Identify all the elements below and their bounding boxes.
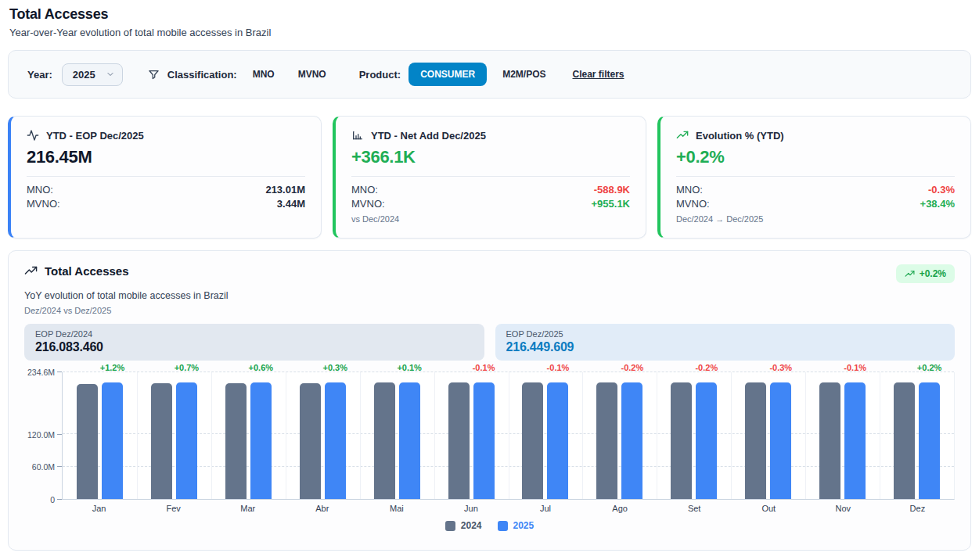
legend-item-2024[interactable]: 2024 xyxy=(445,520,482,531)
yoy-change-label: -0.1% xyxy=(844,363,866,372)
filter-funnel-icon xyxy=(148,69,160,81)
bar-2024-jul[interactable] xyxy=(522,382,543,499)
x-axis-label-set: Set xyxy=(657,504,732,513)
bar-2025-jul[interactable] xyxy=(547,382,568,499)
y-tick-label: 60.0M xyxy=(32,462,55,472)
bar-2025-jan[interactable] xyxy=(102,382,123,499)
trending-up-icon xyxy=(676,129,689,142)
classification-option-mvno[interactable]: MVNO xyxy=(290,63,334,85)
kpi-card-1: YTD - EOP Dec/2025216.45MMNO:213.01MMVNO… xyxy=(8,116,322,239)
year-select[interactable]: 2025 xyxy=(62,63,123,86)
bar-2024-mai[interactable] xyxy=(374,382,395,499)
bar-2024-mar[interactable] xyxy=(225,383,247,499)
bar-group-fev: +0.7% xyxy=(137,372,211,499)
kpi-value: +0.2% xyxy=(676,147,955,167)
bar-2025-ago[interactable] xyxy=(621,382,642,499)
kpi-divider xyxy=(351,176,630,177)
bar-2024-nov[interactable] xyxy=(819,382,840,499)
kpi-breakdown-row: MNO:-588.9K xyxy=(351,184,630,196)
bar-2025-nov[interactable] xyxy=(844,382,866,499)
y-tick-label: 120.0M xyxy=(27,430,55,440)
clear-filters-link[interactable]: Clear filters xyxy=(572,69,624,80)
chart-plot: +1.2%+0.7%+0.6%+0.3%+0.1%-0.1%-0.1%-0.2%… xyxy=(62,372,955,500)
kpi-breakdown-label: MVNO: xyxy=(351,198,385,210)
y-tick-label: 0 xyxy=(50,495,55,504)
bar-pair xyxy=(805,372,880,499)
bar-2025-fev[interactable] xyxy=(176,382,197,499)
bar-group-jul: -0.1% xyxy=(509,372,583,499)
page-header: Total Accesses Year-over-Year evolution … xyxy=(8,6,971,38)
kpi-breakdown-value: 213.01M xyxy=(265,184,305,196)
bar-group-set: -0.2% xyxy=(657,372,731,499)
yoy-change-label: +0.1% xyxy=(397,363,422,372)
kpi-breakdown-value: 3.44M xyxy=(277,198,305,210)
bar-2024-fev[interactable] xyxy=(151,383,172,499)
kpi-divider xyxy=(27,176,305,177)
x-axis-label-jun: Jun xyxy=(434,504,508,513)
chart-title: Total Accesses xyxy=(45,264,129,278)
bar-2024-ago[interactable] xyxy=(596,382,617,499)
classification-label: Classification: xyxy=(167,69,237,81)
yoy-change-label: +0.6% xyxy=(249,363,274,372)
bar-2025-jun[interactable] xyxy=(473,382,495,499)
bar-2024-set[interactable] xyxy=(671,382,692,499)
kpi-breakdown-label: MNO: xyxy=(351,184,378,196)
bar-2025-mai[interactable] xyxy=(399,382,420,499)
bar-2025-abr[interactable] xyxy=(325,382,346,499)
y-axis: 234.6M120.0M60.0M0 xyxy=(24,372,62,500)
kpi-card-2: YTD - Net Add Dec/2025+366.1KMNO:-588.9K… xyxy=(333,116,646,239)
evolution-badge-value: +0.2% xyxy=(920,268,946,279)
bar-pair xyxy=(434,372,509,499)
yoy-change-label: +0.2% xyxy=(917,363,942,372)
trending-up-icon xyxy=(24,264,38,278)
eop-box-2025: EOP Dez/2025 216.449.609 xyxy=(495,324,956,361)
kpi-breakdown-label: MNO: xyxy=(27,184,53,196)
kpi-value: +366.1K xyxy=(351,147,630,167)
dashboard-page: Total Accesses Year-over-Year evolution … xyxy=(0,0,979,560)
bar-2024-jun[interactable] xyxy=(448,382,470,499)
bar-2024-abr[interactable] xyxy=(300,383,321,499)
kpi-value: 216.45M xyxy=(27,147,305,167)
kpi-card-header: YTD - Net Add Dec/2025 xyxy=(351,129,630,142)
bar-group-dez: +0.2% xyxy=(880,372,954,499)
legend-item-2025[interactable]: 2025 xyxy=(498,520,534,531)
evolution-badge: +0.2% xyxy=(896,264,955,283)
bar-2024-dez[interactable] xyxy=(894,382,915,499)
x-axis-label-abr: Abr xyxy=(285,504,359,513)
classification-option-mno[interactable]: MNO xyxy=(245,63,283,85)
chart-card: Total Accesses +0.2% YoY evolution of to… xyxy=(8,250,971,551)
kpi-breakdown-row: MVNO:3.44M xyxy=(27,198,305,210)
bar-2025-mar[interactable] xyxy=(250,382,272,499)
x-axis-label-mai: Mai xyxy=(359,504,434,513)
chevron-down-icon xyxy=(106,70,115,79)
yoy-change-label: +0.3% xyxy=(322,363,347,372)
bar-pair xyxy=(360,372,434,499)
bar-chart: 234.6M120.0M60.0M0 +1.2%+0.7%+0.6%+0.3%+… xyxy=(24,372,955,531)
product-option-consumer[interactable]: CONSUMER xyxy=(409,63,487,86)
bar-group-nov: -0.1% xyxy=(805,372,880,499)
kpi-breakdown-value: +38.4% xyxy=(920,198,955,210)
x-axis-label-out: Out xyxy=(732,504,806,513)
bar-2024-out[interactable] xyxy=(745,382,766,500)
bar-2025-out[interactable] xyxy=(770,382,791,499)
eop-box-2025-label: EOP Dez/2025 xyxy=(506,329,945,339)
trending-up-icon xyxy=(905,269,915,279)
bar-pair xyxy=(137,372,211,499)
bar-chart-icon xyxy=(351,129,364,142)
x-axis-label-ago: Ago xyxy=(583,504,657,513)
legend-swatch xyxy=(445,521,455,531)
bar-pair xyxy=(63,372,137,499)
bar-2025-set[interactable] xyxy=(696,382,717,499)
kpi-breakdown-label: MVNO: xyxy=(676,198,710,210)
bar-2024-jan[interactable] xyxy=(77,384,98,499)
x-axis-label-jul: Jul xyxy=(508,504,582,513)
kpi-breakdown-value: -588.9K xyxy=(594,184,630,196)
kpi-breakdown-value: +955.1K xyxy=(591,198,630,210)
yoy-change-label: -0.2% xyxy=(695,363,718,372)
bar-2025-dez[interactable] xyxy=(919,382,940,499)
product-option-m2m-pos[interactable]: M2M/POS xyxy=(495,63,553,85)
eop-box-2024-value: 216.083.460 xyxy=(35,340,473,354)
year-label: Year: xyxy=(27,69,52,81)
kpi-breakdown-row: MVNO:+38.4% xyxy=(676,198,955,210)
page-title: Total Accesses xyxy=(9,6,970,23)
